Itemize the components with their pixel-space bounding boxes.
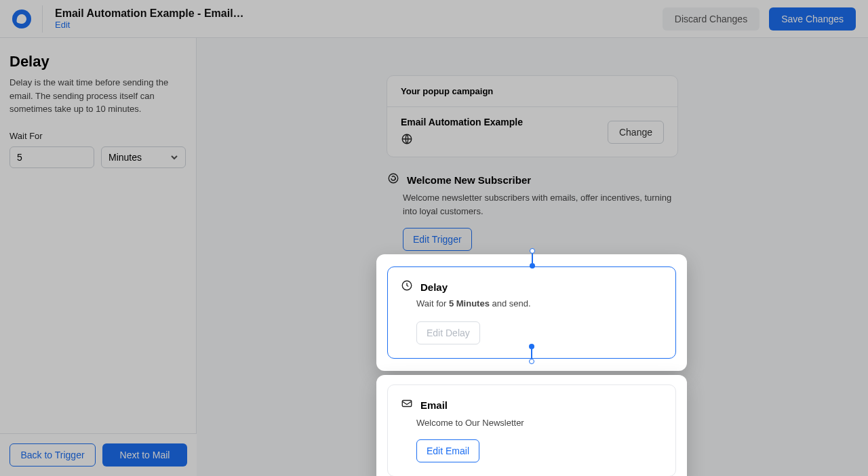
email-title: Email [420,399,448,411]
connector-middle [529,344,534,364]
waitfor-unit-select[interactable]: Minutes [101,146,186,168]
config-panel: Delay Delay is the wait time before send… [0,38,197,476]
trigger-step: Welcome New Subscriber Welcome newslette… [387,172,678,251]
panel-footer: Back to Trigger Next to Mail [0,433,197,476]
app-logo-icon [12,9,31,28]
chevron-down-icon [170,153,178,161]
delay-desc-value: 5 Minutes [449,298,490,309]
trigger-title: Welcome New Subscriber [407,174,531,186]
header-actions: Discard Changes Save Changes [663,7,856,31]
waitfor-label: Wait For [9,131,186,141]
connector-top [530,248,535,269]
save-button[interactable]: Save Changes [769,7,856,31]
campaign-card-body: Email Automation Example Change [387,107,677,157]
title-block: Email Automation Example - Email A… Edit [55,7,245,30]
waitfor-value-input[interactable] [9,146,94,168]
clock-icon [400,279,414,294]
delay-desc-pre: Wait for [416,298,449,309]
connector-dot-fill [530,263,535,269]
edit-delay-button[interactable]: Edit Delay [416,321,480,344]
email-icon [400,397,414,412]
waitfor-unit-value: Minutes [108,152,142,163]
svg-rect-3 [402,401,412,407]
page-title: Email Automation Example - Email A… [55,7,245,20]
connector-dot-open [530,248,535,254]
trigger-description: Welcome newsletter subscribers with emai… [403,191,678,218]
delay-title: Delay [420,281,448,293]
delay-description: Wait for 5 Minutes and send. [416,297,663,311]
edit-email-button[interactable]: Edit Email [416,439,479,462]
panel-title: Delay [9,53,186,71]
waitfor-row: Minutes [9,146,186,168]
svg-point-1 [389,174,398,183]
flow-canvas: Your popup campaign Email Automation Exa… [197,38,868,476]
email-description: Welcome to Our Newsletter [416,416,663,430]
back-button[interactable]: Back to Trigger [9,443,96,467]
connector-dot-open [529,359,534,364]
delay-desc-post: and send. [490,298,531,309]
connector-line [532,254,533,263]
email-step: Email Welcome to Our Newsletter Edit Ema… [387,384,676,476]
connector-line [531,349,532,359]
header: Email Automation Example - Email A… Edit… [0,0,868,38]
globe-icon [401,133,523,147]
campaign-name: Email Automation Example [401,117,523,127]
connector-dot-fill [529,344,534,349]
campaign-info: Email Automation Example [401,117,523,147]
edit-link[interactable]: Edit [55,20,245,30]
panel-description: Delay is the wait time before sending th… [9,76,186,116]
divider [42,5,43,33]
trigger-icon [387,172,400,187]
flow-column: Your popup campaign Email Automation Exa… [387,75,678,476]
highlight-card-email: Email Welcome to Our Newsletter Edit Ema… [376,375,687,476]
campaign-card: Your popup campaign Email Automation Exa… [387,75,678,157]
change-campaign-button[interactable]: Change [608,121,664,144]
highlight-container: Delay Wait for 5 Minutes and send. Edit … [376,254,687,476]
next-button[interactable]: Next to Mail [102,443,187,467]
edit-trigger-button[interactable]: Edit Trigger [403,228,472,251]
campaign-card-header: Your popup campaign [387,76,677,107]
discard-button[interactable]: Discard Changes [663,7,760,31]
